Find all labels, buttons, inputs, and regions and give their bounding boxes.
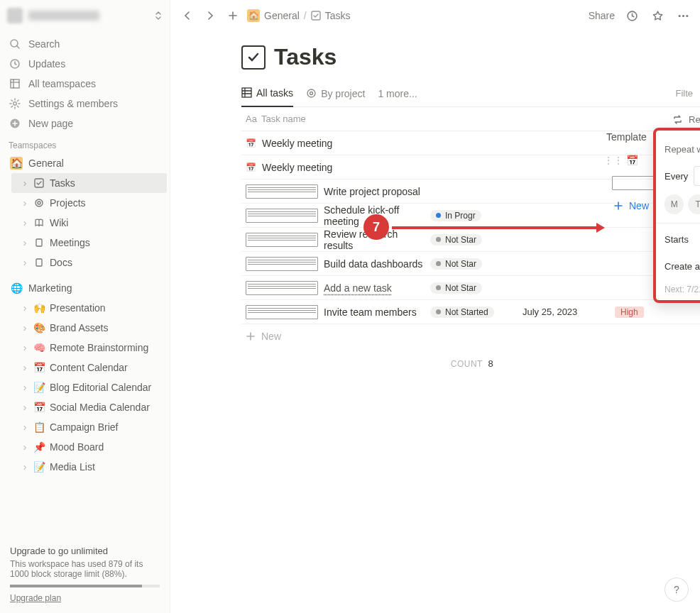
tree-label: Wiki xyxy=(50,217,68,228)
svg-point-7 xyxy=(38,201,40,204)
page-tasks[interactable]: › Tasks xyxy=(11,173,167,193)
upgrade-title: Upgrade to go unlimited xyxy=(10,546,160,556)
page-remote_brainstorming[interactable]: › 🧠 Remote Brainstorming xyxy=(11,338,167,358)
sidebar-item-updates[interactable]: Updates xyxy=(0,54,170,74)
doc-icon xyxy=(33,236,45,249)
starts-label: Starts xyxy=(665,234,689,245)
tab-all-tasks[interactable]: All tasks xyxy=(241,80,293,107)
share-button[interactable]: Share xyxy=(589,10,615,21)
svg-rect-15 xyxy=(242,88,251,97)
status-pill[interactable]: In Progr xyxy=(430,210,481,221)
topbar: 🏠 General / Tasks Share xyxy=(170,0,700,31)
weekday-picker: MTWTFSS xyxy=(665,194,700,214)
plus-circle-icon xyxy=(9,117,21,130)
upgrade-plan-link[interactable]: Upgrade plan xyxy=(10,593,61,603)
expand-icon xyxy=(154,11,163,21)
task-name: Build data dashboards xyxy=(324,258,422,270)
clock-icon[interactable] xyxy=(623,7,640,24)
sidebar-item-search[interactable]: Search xyxy=(0,34,170,54)
calendar-icon: 📅 xyxy=(626,155,638,166)
home-icon: 🏠 xyxy=(10,157,23,170)
due-date: July 25, 2023 xyxy=(518,306,611,317)
page-wiki[interactable]: › Wiki xyxy=(11,213,167,233)
status-pill[interactable]: Not Started xyxy=(430,306,494,318)
emoji-icon: 📌 xyxy=(33,441,45,453)
tree-label: Content Calendar xyxy=(50,362,128,373)
workspace-switcher[interactable] xyxy=(0,0,170,31)
tree-label: Docs xyxy=(50,257,72,268)
task-name: Weekly meeting xyxy=(262,138,332,149)
tab-by-project[interactable]: By project xyxy=(306,80,365,107)
page-projects[interactable]: › Projects xyxy=(11,193,167,213)
forward-button[interactable] xyxy=(202,7,219,24)
page-docs[interactable]: › Docs xyxy=(11,253,167,272)
breadcrumb-tasks[interactable]: Tasks xyxy=(325,10,351,21)
svg-rect-9 xyxy=(36,259,42,266)
star-icon[interactable] xyxy=(649,7,666,24)
weekday-1[interactable]: T xyxy=(688,194,700,214)
page-social_media[interactable]: › 📅 Social Media Calendar xyxy=(11,397,167,417)
status-pill[interactable]: Not Star xyxy=(430,282,482,294)
tab-more[interactable]: 1 more... xyxy=(378,80,417,107)
sidebar-item-all-teamspaces[interactable]: All teamspaces xyxy=(0,74,170,94)
breadcrumb-general[interactable]: General xyxy=(264,10,300,21)
teamspace-general[interactable]: 🏠 General xyxy=(3,153,167,173)
page-meetings[interactable]: › Meetings xyxy=(11,233,167,253)
col-task-name[interactable]: Aa Task name xyxy=(241,114,426,124)
weekday-0[interactable]: M xyxy=(665,194,684,214)
tree-label: Remote Brainstorming xyxy=(50,342,148,353)
upgrade-body: This workspace has used 879 of its 1000 … xyxy=(10,559,160,579)
sidebar-item-settings[interactable]: Settings & members xyxy=(0,94,170,114)
repeat-header[interactable]: Repeat Off xyxy=(669,109,700,129)
breadcrumb: 🏠 General / Tasks xyxy=(247,9,351,22)
sidebar-item-new-page[interactable]: New page xyxy=(0,114,170,133)
upgrade-panel: Upgrade to go unlimited This workspace h… xyxy=(0,539,170,613)
calendar-icon: 📅 xyxy=(246,162,256,172)
table-row[interactable]: Add a new taskNot Star xyxy=(241,276,700,300)
page-blog_editorial[interactable]: › 📝 Blog Editorial Calendar xyxy=(11,377,167,397)
task-name: Write project proposal xyxy=(324,186,420,197)
tree-label: Projects xyxy=(50,197,86,209)
more-icon[interactable] xyxy=(674,7,691,24)
chevron-right-icon: › xyxy=(18,302,31,314)
page-content_calendar[interactable]: › 📅 Content Calendar xyxy=(11,358,167,377)
sidebar-label: Updates xyxy=(28,58,65,70)
emoji-icon: 📝 xyxy=(33,381,45,394)
svg-point-16 xyxy=(307,89,315,97)
count-row: COUNT 8 xyxy=(241,348,700,379)
status-pill[interactable]: Not Star xyxy=(430,258,482,270)
help-button[interactable]: ? xyxy=(665,578,689,602)
sidebar-label: Settings & members xyxy=(28,98,118,109)
page-title: Tasks xyxy=(274,44,337,70)
svg-point-3 xyxy=(13,102,16,105)
emoji-icon: 📋 xyxy=(33,421,45,433)
checkbox-icon xyxy=(241,45,266,70)
page-presentation[interactable]: › 🙌 Presentation xyxy=(11,298,167,318)
tab-label: By project xyxy=(321,88,365,99)
tree-label: General xyxy=(28,158,64,169)
page-media_list[interactable]: › 📝 Media List xyxy=(11,457,167,477)
priority-pill[interactable]: High xyxy=(615,306,644,318)
status-pill[interactable]: Not Star xyxy=(430,234,482,245)
chevron-right-icon: › xyxy=(18,460,31,473)
drag-handle-icon[interactable]: ⋮⋮ xyxy=(606,155,620,166)
doc-icon xyxy=(33,256,45,269)
teamspace-marketing[interactable]: 🌐 Marketing xyxy=(3,278,167,298)
new-row[interactable]: New xyxy=(241,324,700,348)
page-brand_assets[interactable]: › 🎨 Brand Assets xyxy=(11,318,167,338)
teamspaces-heading: Teamspaces xyxy=(0,136,170,153)
new-tab-button[interactable] xyxy=(224,7,241,24)
page-mood_board[interactable]: › 📌 Mood Board xyxy=(11,437,167,457)
repeat-icon xyxy=(672,114,683,125)
page-icon xyxy=(246,209,318,223)
every-input[interactable] xyxy=(694,166,700,186)
main-content: 🏠 General / Tasks Share Tasks All tasks … xyxy=(170,0,700,613)
table-row[interactable]: Build data dashboardsNot Star xyxy=(241,252,700,276)
table-row[interactable]: Invite team membersNot StartedJuly 25, 2… xyxy=(241,300,700,324)
back-button[interactable] xyxy=(179,7,196,24)
emoji-icon: 📝 xyxy=(33,460,45,473)
filter-button[interactable]: Filte xyxy=(675,88,693,99)
repeat-mode-selector[interactable]: Repeat weekly ⌄ xyxy=(665,144,700,155)
emoji-icon: 🙌 xyxy=(33,302,45,314)
page-campaign_brief[interactable]: › 📋 Campaign Brief xyxy=(11,417,167,437)
